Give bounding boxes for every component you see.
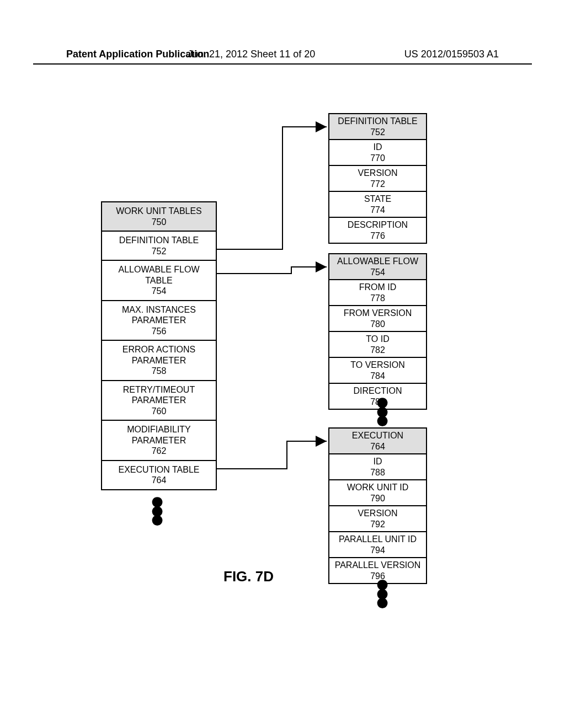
wut-row: ERROR ACTIONS PARAMETER 758 [102, 341, 216, 381]
cell-text: 780 [332, 319, 424, 330]
flow-row: TO VERSION 784 [329, 358, 426, 384]
ellipsis-icon: ●●● [149, 496, 166, 524]
wut-title: WORK UNIT TABLES [105, 206, 212, 217]
cell-text: 794 [332, 545, 424, 556]
pub-number: US 2012/0159503 A1 [404, 49, 499, 60]
def-row: STATE 774 [329, 192, 426, 218]
cell-text: VERSION [332, 508, 424, 519]
cell-text: ERROR ACTIONS [105, 344, 212, 355]
cell-text: TABLE [105, 275, 212, 286]
exec-row: PARALLEL UNIT ID 794 [329, 532, 426, 558]
cell-text: 776 [332, 231, 424, 242]
flow-row: FROM VERSION 780 [329, 306, 426, 332]
cell-text: 774 [332, 205, 424, 216]
wut-row: RETRY/TIMEOUT PARAMETER 760 [102, 381, 216, 421]
flow-row: FROM ID 778 [329, 280, 426, 306]
cell-text: 790 [332, 493, 424, 504]
cell-text: PARAMETER [105, 395, 212, 406]
cell-text: MODIFIABILITY [105, 424, 212, 435]
wut-row: ALLOWABLE FLOW TABLE 754 [102, 261, 216, 301]
cell-text: RETRY/TIMEOUT [105, 384, 212, 395]
def-row: VERSION 772 [329, 166, 426, 192]
flow-row: TO ID 782 [329, 332, 426, 358]
cell-text: FROM ID [332, 282, 424, 293]
def-row: DESCRIPTION 776 [329, 218, 426, 243]
allowable-flow-block: ALLOWABLE FLOW 754 FROM ID 778 FROM VERS… [328, 253, 427, 410]
cell-text: EXECUTION TABLE [105, 464, 212, 475]
wut-number: 750 [105, 217, 212, 228]
cell-text: DEFINITION TABLE [332, 116, 424, 127]
cell-text: 758 [105, 366, 212, 377]
cell-text: MAX. INSTANCES [105, 304, 212, 315]
wut-row: MODIFIABILITY PARAMETER 762 [102, 421, 216, 461]
cell-text: WORK UNIT ID [332, 482, 424, 493]
cell-text: TO ID [332, 334, 424, 345]
cell-text: PARALLEL UNIT ID [332, 534, 424, 545]
work-unit-tables-block: WORK UNIT TABLES 750 DEFINITION TABLE 75… [101, 201, 217, 490]
cell-text: ALLOWABLE FLOW [332, 256, 424, 267]
cell-text: PARAMETER [105, 315, 212, 326]
cell-text: 762 [105, 446, 212, 457]
ellipsis-icon: ●●● [374, 579, 391, 607]
exec-row: ID 788 [329, 454, 426, 480]
figure-label: FIG. 7D [223, 568, 274, 585]
cell-text: 764 [105, 475, 212, 486]
cell-text: FROM VERSION [332, 308, 424, 319]
header-rule [33, 63, 532, 65]
cell-text: 784 [332, 371, 424, 382]
exec-row: WORK UNIT ID 790 [329, 480, 426, 506]
cell-text: 760 [105, 406, 212, 417]
wut-row: MAX. INSTANCES PARAMETER 756 [102, 301, 216, 341]
cell-text: 772 [332, 179, 424, 190]
cell-text: PARAMETER [105, 355, 212, 366]
cell-text: STATE [332, 194, 424, 205]
cell-text: 754 [332, 267, 424, 278]
cell-text: 764 [332, 441, 424, 452]
cell-text: EXECUTION [332, 430, 424, 441]
cell-text: VERSION [332, 168, 424, 179]
cell-text: 792 [332, 519, 424, 530]
cell-text: 770 [332, 153, 424, 164]
cell-text: DESCRIPTION [332, 220, 424, 231]
exec-row: VERSION 792 [329, 506, 426, 532]
cell-text: 778 [332, 293, 424, 304]
page-header: Patent Application Publication Jun. 21, … [0, 49, 565, 60]
cell-text: 752 [105, 246, 212, 257]
execution-block: EXECUTION 764 ID 788 WORK UNIT ID 790 VE… [328, 427, 427, 584]
wut-header: WORK UNIT TABLES 750 [102, 202, 216, 232]
cell-text: ID [332, 456, 424, 467]
cell-text: 788 [332, 467, 424, 478]
cell-text: PARALLEL VERSION [332, 560, 424, 571]
cell-text: 752 [332, 127, 424, 138]
cell-text: 754 [105, 286, 212, 297]
cell-text: ID [332, 142, 424, 153]
cell-text: ALLOWABLE FLOW [105, 264, 212, 275]
cell-text: TO VERSION [332, 360, 424, 371]
cell-text: DEFINITION TABLE [105, 235, 212, 246]
figure-canvas: WORK UNIT TABLES 750 DEFINITION TABLE 75… [0, 105, 565, 728]
date-sheet: Jun. 21, 2012 Sheet 11 of 20 [188, 49, 315, 60]
cell-text: PARAMETER [105, 435, 212, 446]
def-row: ID 770 [329, 140, 426, 166]
definition-table-block: DEFINITION TABLE 752 ID 770 VERSION 772 … [328, 113, 427, 244]
def-header: DEFINITION TABLE 752 [329, 114, 426, 140]
flow-header: ALLOWABLE FLOW 754 [329, 254, 426, 280]
arrow-lines [0, 105, 565, 656]
wut-row: DEFINITION TABLE 752 [102, 232, 216, 261]
cell-text: 756 [105, 326, 212, 337]
wut-row: EXECUTION TABLE 764 [102, 461, 216, 489]
ellipsis-icon: ●●● [374, 397, 391, 425]
cell-text: 782 [332, 345, 424, 356]
exec-header: EXECUTION 764 [329, 429, 426, 454]
